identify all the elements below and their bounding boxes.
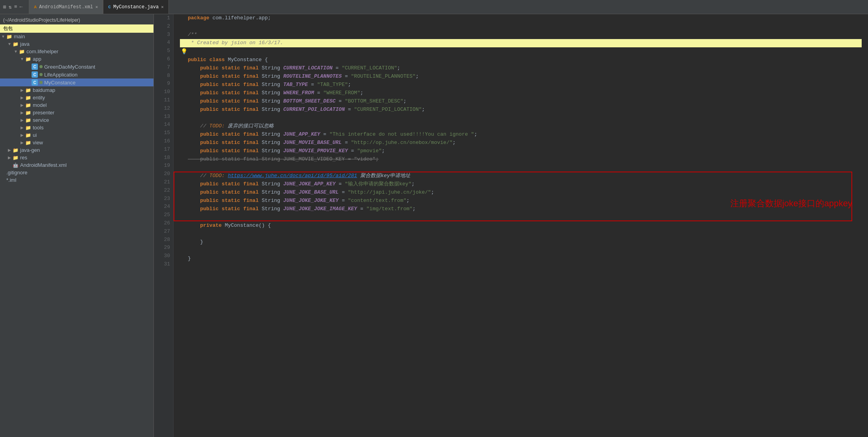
code-line-16: public static final String JUHE_MOVIE_BA…	[180, 139, 862, 147]
tab-myconstance[interactable]: C MyConstance.java ✕	[103, 0, 168, 14]
code-content-21: public static final String JUHE_JOKE_APP…	[188, 180, 415, 189]
code-content-20: // TODO: https://www.juhe.cn/docs/api/id…	[188, 172, 410, 180]
sidebar-label-app: app	[33, 56, 41, 62]
line-number-12: 12	[157, 105, 170, 113]
sidebar-label-model: model	[33, 102, 47, 108]
code-content-7: public static final String CURRENT_LOCAT…	[188, 64, 400, 73]
sidebar-item-java-gen[interactable]: 📁java-gen	[0, 146, 153, 154]
code-content-15: public static final String JUHE_APP_KEY …	[188, 131, 477, 139]
code-lines[interactable]: package com.lifehelper.app;/** * Created…	[174, 14, 868, 437]
code-content-23: public static final String JUHE_JOKE_JOK…	[188, 197, 410, 205]
sidebar-label-tools: tools	[33, 125, 43, 131]
code-content-16: public static final String JUHE_MOVIE_BA…	[188, 139, 456, 147]
line-number-7: 7	[157, 63, 170, 72]
sidebar-item-com_lifehelper[interactable]: 📁com.lifehelper	[0, 48, 153, 55]
sidebar-item-GreenDaoMyConstant[interactable]: CGreenDaoMyConstant	[0, 63, 153, 71]
sidebar-item-view[interactable]: 📁view	[0, 139, 153, 146]
line-number-29: 29	[157, 244, 170, 252]
code-content-28: }	[188, 238, 203, 247]
code-line-14: // TODO: 废弃的接口可以忽略	[180, 122, 862, 131]
line-number-25: 25	[157, 211, 170, 219]
sidebar-item-tools[interactable]: 📁tools	[0, 124, 153, 131]
sidebar: (~/AndroidStudioProjects/LifeHelper) 包包 …	[0, 14, 154, 437]
code-line-5: 💡	[180, 47, 862, 56]
sidebar-item-presenter[interactable]: 📁presenter	[0, 109, 153, 116]
sidebar-label-java-gen: java-gen	[20, 147, 40, 153]
code-content-17: public static final String JUHE_MOVIE_PM…	[188, 147, 385, 155]
code-line-15: public static final String JUHE_APP_KEY …	[180, 131, 862, 139]
tab-close-icon[interactable]: ✕	[95, 4, 98, 9]
line-number-4: 4	[157, 39, 170, 47]
code-content-10: public static final String WHERE_FROM = …	[188, 89, 363, 97]
line-number-5: 5	[157, 47, 170, 55]
sidebar-label-service: service	[33, 117, 49, 123]
sidebar-item-MyConstance[interactable]: CMyConstance	[0, 78, 153, 86]
code-content-3: /**	[188, 31, 197, 39]
sidebar-item-entity[interactable]: 📁entity	[0, 94, 153, 101]
java-icon: C	[108, 5, 111, 9]
code-line-10: public static final String WHERE_FROM = …	[180, 89, 862, 97]
sidebar-highlight: 包包	[0, 24, 153, 33]
xml-icon: A	[34, 5, 37, 9]
sidebar-item-res[interactable]: 📁res	[0, 154, 153, 161]
sidebar-item-java[interactable]: 📁java	[0, 40, 153, 48]
sidebar-item-baidumap[interactable]: 📁baidumap	[0, 86, 153, 94]
code-content-18: public static final String JUHE_MOVIE_VI…	[188, 155, 379, 164]
line-number-14: 14	[157, 121, 170, 129]
code-line-20: // TODO: https://www.juhe.cn/docs/api/id…	[180, 172, 862, 180]
code-line-13	[180, 114, 862, 122]
tab-label: MyConstance.java	[113, 4, 159, 10]
sidebar-item-app[interactable]: 📁app	[0, 55, 153, 63]
sidebar-item-AndroidManifest[interactable]: 🤖AndroidManifest.xml	[0, 161, 153, 169]
line-number-11: 11	[157, 96, 170, 105]
annotation-text: 注册聚合数据joke接口的appkey	[730, 196, 852, 366]
sidebar-label-baidumap: baidumap	[33, 87, 55, 93]
sidebar-label-ui: ui	[33, 132, 37, 138]
line-number-6: 6	[157, 55, 170, 63]
sidebar-label-AndroidManifest: AndroidManifest.xml	[20, 162, 67, 168]
project-path-text: (~/AndroidStudioProjects/LifeHelper)	[3, 17, 80, 23]
sidebar-label-presenter: presenter	[33, 110, 54, 116]
gutter-icon-5: 💡	[180, 47, 188, 56]
tab-androidmanifest[interactable]: A AndroidManifest.xml ✕	[29, 0, 103, 14]
sidebar-item-service[interactable]: 📁service	[0, 116, 153, 124]
line-number-17: 17	[157, 146, 170, 154]
sidebar-label-com_lifehelper: com.lifehelper	[26, 49, 58, 54]
code-line-22: public static final String JUHE_JOKE_BAS…	[180, 189, 862, 197]
code-line-4: * Created by jsion on 16/3/17.	[180, 39, 862, 47]
sidebar-item-gitignore[interactable]: .gitignore	[0, 169, 153, 176]
back-icon: ←	[19, 4, 22, 10]
code-line-12: public static final String CURRENT_POI_L…	[180, 106, 862, 114]
tab-bar: ⊞ ⇅ ≡ ← A AndroidManifest.xml ✕ C MyCons…	[0, 0, 868, 14]
sidebar-label-iml: *.iml	[6, 177, 16, 183]
code-content-8: public static final String ROUTELINE_PLA…	[188, 73, 419, 81]
sidebar-item-iml[interactable]: *.iml	[0, 176, 153, 184]
line-number-26: 26	[157, 219, 170, 228]
code-content-1: package com.lifehelper.app;	[188, 14, 271, 22]
sidebar-item-ui[interactable]: 📁ui	[0, 131, 153, 139]
line-number-23: 23	[157, 195, 170, 203]
line-number-10: 10	[157, 88, 170, 96]
line-number-20: 20	[157, 170, 170, 178]
code-content-6: public class MyConstance {	[188, 56, 268, 64]
code-line-19	[180, 164, 862, 172]
line-number-18: 18	[157, 154, 170, 162]
pin-icon: ⇅	[9, 4, 12, 10]
sidebar-item-main[interactable]: 📁main	[0, 33, 153, 40]
highlight-text: 包包	[3, 26, 13, 31]
code-line-2	[180, 22, 862, 31]
line-number-3: 3	[157, 31, 170, 39]
menu-icon: ≡	[14, 4, 17, 10]
tab-close-icon[interactable]: ✕	[161, 4, 164, 9]
line-number-27: 27	[157, 228, 170, 236]
code-content-24: public static final String JUHE_JOKE_JOK…	[188, 205, 415, 213]
editor-area[interactable]: 1234567891011121314151617181920212223242…	[154, 14, 868, 437]
window-icon: ⊞	[3, 4, 6, 10]
code-line-17: public static final String JUHE_MOVIE_PM…	[180, 147, 862, 155]
code-content-14: // TODO: 废弃的接口可以忽略	[188, 122, 274, 131]
sidebar-item-model[interactable]: 📁model	[0, 101, 153, 109]
sidebar-item-LifeApplication[interactable]: CLifeApplication	[0, 71, 153, 78]
tab-label: AndroidManifest.xml	[39, 4, 93, 10]
sidebar-label-gitignore: .gitignore	[6, 170, 27, 176]
line-number-13: 13	[157, 113, 170, 121]
